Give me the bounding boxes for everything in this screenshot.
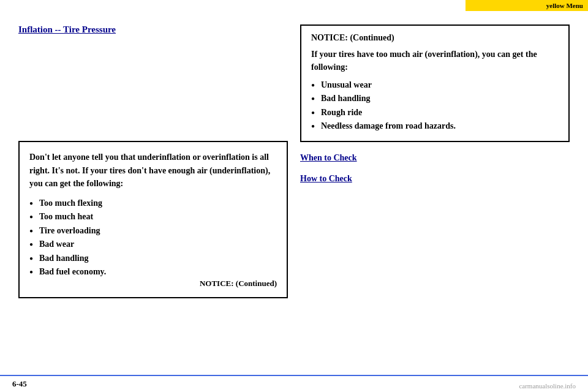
left-column: Inflation -- Tire Pressure: [18, 24, 288, 42]
list-item: Unusual wear: [311, 78, 559, 92]
notice-body-right: If your tires have too much air (overinf…: [311, 48, 559, 74]
list-item: Bad wear: [29, 238, 277, 251]
right-column: NOTICE: (Continued) If your tires have t…: [300, 24, 570, 184]
list-item: Bad fuel economy.: [29, 265, 277, 279]
how-to-check-label[interactable]: How to Check: [300, 174, 570, 184]
list-item: Tire overloading: [29, 224, 277, 238]
when-to-check-label[interactable]: When to Check: [300, 153, 570, 163]
list-item: Bad handling: [29, 252, 277, 265]
list-item: Needless damage from road hazards.: [311, 119, 559, 133]
when-to-check-link[interactable]: When to Check: [300, 153, 570, 163]
page-number: 6-45: [12, 379, 27, 389]
lower-notice-body: Don't let anyone tell you that underinfl…: [29, 151, 277, 190]
how-to-check-link[interactable]: How to Check: [300, 174, 570, 184]
notice-list-right: Unusual wearBad handlingRough rideNeedle…: [311, 78, 559, 134]
section-title[interactable]: Inflation -- Tire Pressure: [18, 24, 288, 35]
top-bar: yellow Menu: [466, 0, 588, 11]
watermark: carmanualsoline.info: [519, 382, 576, 390]
list-item: Too much heat: [29, 210, 277, 224]
lower-notice-footer: NOTICE: (Continued): [29, 279, 277, 288]
top-bar-text: yellow Menu: [546, 2, 583, 9]
list-item: Bad handling: [311, 92, 559, 105]
lower-notice-list: Too much flexingToo much heatTire overlo…: [29, 197, 277, 279]
list-item: Too much flexing: [29, 197, 277, 210]
list-item: Rough ride: [311, 106, 559, 119]
notice-title-right: NOTICE: (Continued): [311, 33, 559, 43]
notice-box-right: NOTICE: (Continued) If your tires have t…: [300, 24, 570, 142]
bottom-bar: 6-45 carmanualsoline.info: [0, 375, 588, 392]
lower-notice-box: Don't let anyone tell you that underinfl…: [18, 141, 288, 298]
